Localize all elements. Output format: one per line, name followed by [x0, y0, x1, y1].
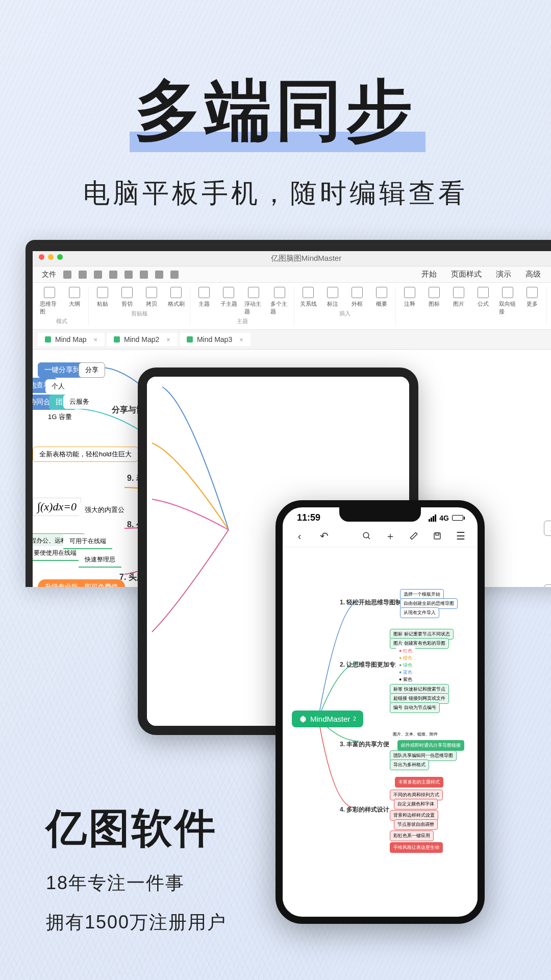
subtopic-button[interactable]: 子主题 [220, 287, 237, 315]
ph-branch-4[interactable]: 4. 多彩的样式设计 [340, 805, 389, 814]
node-cloud[interactable]: 云服务 [63, 395, 95, 409]
upgrade-badge[interactable]: 升级专业版，即可免费使 [38, 579, 125, 587]
ph-node[interactable]: 手绘风格让表达更生动 [390, 842, 443, 853]
add-icon[interactable]: ＋ [385, 530, 396, 542]
tagline-2: 拥有1500万注册用户 [46, 910, 227, 935]
node-quick[interactable]: 快速整理思 [79, 553, 121, 568]
ph-node[interactable]: ● 紫色 [396, 675, 415, 684]
note-button[interactable]: 注释 [401, 287, 418, 315]
ph-node[interactable]: 邮件或即时通讯分享导图链接 [397, 740, 464, 751]
svg-point-0 [363, 532, 369, 538]
tab-advanced[interactable]: 高级 [525, 270, 541, 279]
phone-mockup: 11:59 4G ‹ ↶ ＋ ☰ MindMaster2 1. 轻松开始思维导图… [276, 500, 485, 924]
formula-button[interactable]: 公式 [474, 287, 492, 315]
ph-node[interactable]: 丰富多彩的主题样式 [395, 777, 443, 788]
multi-topic-button[interactable]: 多个主题 [270, 287, 289, 315]
image-button[interactable]: 图片 [450, 287, 467, 315]
node-personal[interactable]: 个人 [45, 379, 71, 394]
phone-notch [339, 507, 421, 522]
hero-subtitle: 电脑平板手机，随时编辑查看 [0, 176, 551, 211]
node-clip[interactable]: 剪贴画 [544, 584, 551, 587]
copy-button[interactable]: 拷贝 [143, 287, 160, 308]
window-titlebar: 亿图脑图MindMaster [33, 251, 551, 266]
search-icon[interactable] [361, 530, 372, 542]
bidilink-button[interactable]: 双向链接 [499, 287, 516, 315]
node-tag[interactable]: 标签 [549, 498, 551, 512]
ph-node[interactable]: 图片、文本、链接、附件 [390, 730, 441, 739]
more-button[interactable]: 更多 [523, 287, 541, 315]
doctab-3[interactable]: Mind Map3× [180, 333, 251, 346]
ph-node[interactable]: 编号 自动为节点编号 [390, 702, 440, 713]
doctab-1[interactable]: Mind Map× [38, 333, 105, 346]
ph-branch-3[interactable]: 3. 丰富的共享方便 [340, 740, 389, 749]
ribbon: 思维导图 大纲 模式 粘贴 剪切 拷贝 格式刷 剪贴板 主题 子主题 浮动主题 … [33, 283, 551, 330]
formula-display: ∫(x)dx=0 [33, 498, 81, 516]
cut-button[interactable]: 剪切 [118, 287, 136, 308]
node-pic[interactable]: 图片 [549, 477, 551, 492]
back-icon[interactable]: ‹ [294, 530, 305, 542]
node-storage[interactable]: 1G 容量 [42, 410, 78, 424]
tagline-1: 18年专注一件事 [46, 871, 227, 896]
hero-title: 多端同步 [135, 66, 416, 156]
ph-node[interactable]: 节点形状自由调整 [394, 819, 438, 830]
relationship-button[interactable]: 关系线 [299, 287, 317, 308]
edit-icon[interactable] [408, 530, 419, 542]
tab-page-style[interactable]: 页面样式 [451, 270, 482, 279]
ph-node[interactable]: 自定义颜色和字体 [394, 799, 438, 810]
save-icon[interactable] [432, 530, 443, 542]
node-formula-desc[interactable]: 强大的内置公 [79, 503, 131, 517]
paste-button[interactable]: 粘贴 [94, 287, 111, 308]
ph-node[interactable]: 从现有文件导入 [400, 607, 439, 618]
document-tabs: Mind Map× Mind Map2× Mind Map3× [33, 330, 551, 350]
node-icon[interactable]: 图标 [549, 421, 551, 435]
close-icon[interactable]: × [166, 336, 170, 344]
folder-icon[interactable] [124, 271, 133, 279]
brand-name: 亿图软件 [46, 801, 227, 856]
signal-icon [429, 514, 436, 522]
node-online2[interactable]: 可用于在线端 [63, 534, 112, 549]
menubar: 文件 开始 页面样式 演示 高级 视图 [33, 266, 551, 283]
doctab-2[interactable]: Mind Map2× [107, 333, 178, 346]
save-icon[interactable] [109, 271, 117, 279]
mark-icon-button[interactable]: 图标 [425, 287, 443, 315]
topic-button[interactable]: 主题 [195, 287, 213, 315]
ph-branch-2[interactable]: 2. 让思维导图更加专业 [340, 660, 402, 669]
menu-file[interactable]: 文件 [42, 270, 56, 279]
mode-outline[interactable]: 大纲 [66, 287, 83, 315]
undo-icon[interactable]: ↶ [318, 530, 330, 542]
menu-icon[interactable]: ☰ [455, 530, 466, 542]
phone-center-node[interactable]: MindMaster2 [292, 710, 363, 727]
format-painter-button[interactable]: 格式刷 [167, 287, 185, 308]
summary-button[interactable]: 概要 [373, 287, 390, 308]
undo-icon[interactable] [63, 271, 71, 279]
mode-mindmap[interactable]: 思维导图 [40, 287, 59, 315]
ph-branch-1[interactable]: 1. 轻松开始思维导图制作 [340, 598, 408, 607]
battery-icon [452, 515, 463, 521]
new-icon[interactable] [94, 271, 102, 279]
share-icon[interactable] [170, 271, 179, 279]
tab-start[interactable]: 开始 [421, 270, 437, 279]
close-icon[interactable]: × [93, 336, 97, 344]
border-button[interactable]: 外框 [348, 287, 366, 308]
floating-topic-button[interactable]: 浮动主题 [244, 287, 263, 315]
node-num[interactable]: 编号 [549, 548, 551, 562]
traffic-lights[interactable] [39, 254, 63, 260]
phone-mindmap-canvas[interactable]: MindMaster2 1. 轻松开始思维导图制作 选择一个模板开始 自由创建全… [283, 547, 478, 904]
print-icon[interactable] [140, 271, 148, 279]
svg-rect-2 [434, 533, 440, 539]
close-icon[interactable]: × [239, 336, 243, 344]
ph-node[interactable]: 导出为多种格式 [390, 760, 429, 770]
network-label: 4G [439, 514, 449, 522]
callout-button[interactable]: 标注 [324, 287, 341, 308]
node-link[interactable]: 超链接 [544, 521, 551, 536]
window-title: 亿图脑图MindMaster [271, 254, 341, 262]
footer: 亿图软件 18年专注一件事 拥有1500万注册用户 [46, 801, 227, 935]
svg-rect-3 [436, 533, 439, 535]
redo-icon[interactable] [79, 271, 87, 279]
export-icon[interactable] [155, 271, 163, 279]
phone-toolbar: ‹ ↶ ＋ ☰ [283, 525, 478, 547]
tab-present[interactable]: 演示 [496, 270, 511, 279]
node-table-desc[interactable]: 全新表格功能，轻松hold住巨大 [33, 447, 138, 462]
ph-node[interactable]: 彩虹色系一键应用 [390, 830, 434, 841]
node-share[interactable]: 分享 [79, 362, 105, 378]
